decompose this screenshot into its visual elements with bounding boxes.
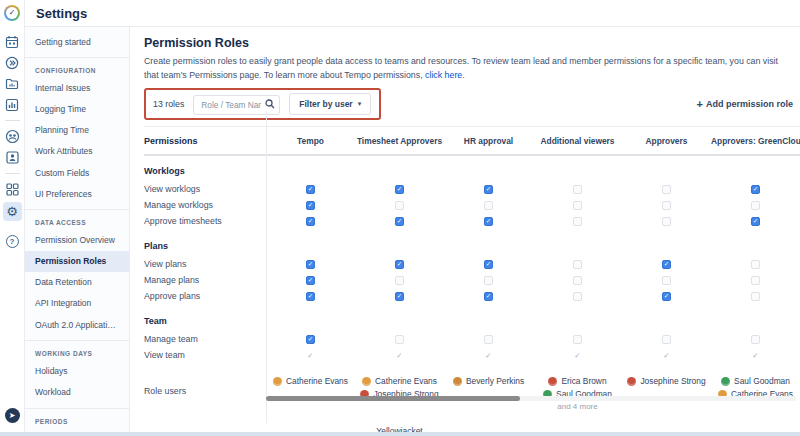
tempo-logo-icon[interactable] [4,5,20,21]
permission-checkbox[interactable] [751,260,760,269]
permission-checkbox[interactable] [751,201,760,210]
permission-checkbox[interactable] [395,276,404,285]
sidebar-item-logging-time[interactable]: Logging Time [25,98,129,119]
permission-checkbox[interactable] [573,335,582,344]
sidebar-item-permission-overview[interactable]: Permission Overview [25,229,129,250]
permission-checkbox[interactable]: ✓ [751,217,760,226]
nav-section: WORKING DAYSHolidaysWorkload [25,340,129,402]
permissions-column-header: Permissions [144,129,266,156]
roles-toolbar: 13 roles Filter by user ▾ + Add permissi… [144,88,800,127]
sidebar-item-permission-roles[interactable]: Permission Roles [25,251,129,272]
permission-checkbox[interactable] [573,292,582,301]
forward-chevrons-icon[interactable] [4,54,21,71]
permission-checkbox[interactable]: ✓ [484,217,493,226]
question-mark-icon: ? [6,235,19,248]
permission-checkbox[interactable] [395,201,404,210]
scrollbar-thumb[interactable] [266,396,520,401]
permission-checkbox[interactable] [751,335,760,344]
sidebar-item-api-integration[interactable]: API Integration [25,293,129,314]
checkbox-cell [622,272,711,288]
permission-checkbox[interactable]: ✓ [751,185,760,194]
add-permission-role-button[interactable]: + Add permission role [697,99,793,110]
permission-checkbox[interactable]: ✓ [395,185,404,194]
checkbox-cell [622,197,711,213]
checkbox-cell [355,331,444,347]
role-users-cell: Beverly Perkins [444,363,533,418]
permission-checkbox[interactable] [573,260,582,269]
sidebar-item-holidays[interactable]: Holidays [25,360,129,381]
sidebar-item-getting-started[interactable]: Getting started [25,31,129,52]
permission-checkbox[interactable] [662,276,671,285]
permission-checkbox[interactable]: ✓ [662,260,671,269]
permission-checkbox[interactable]: ✓ [484,185,493,194]
permission-checkbox[interactable] [573,201,582,210]
checkbox-cell: ✓ [266,347,355,363]
sidebar-item-internal-issues[interactable]: Internal Issues [25,77,129,98]
permission-checkbox[interactable] [573,217,582,226]
checkbox-cell [622,331,711,347]
column-divider [266,111,267,423]
permission-row-label-manage-plans: Manage plans [144,272,266,288]
permission-checkbox[interactable]: ✓ [306,260,315,269]
permission-checkbox[interactable] [751,292,760,301]
permission-checkbox[interactable] [395,335,404,344]
role-column-header-approvers-greencloud: Approvers: GreenCloud... [711,129,800,156]
teams-icon[interactable] [4,128,21,145]
permission-checkbox[interactable] [484,276,493,285]
sidebar-item-data-retention[interactable]: Data Retention [25,272,129,293]
permission-checkbox[interactable]: ✓ [484,292,493,301]
permission-checkbox[interactable]: ✓ [306,292,315,301]
permission-checkbox[interactable]: ✓ [662,292,671,301]
permission-checkbox[interactable]: ✓ [306,276,315,285]
sidebar-item-workload[interactable]: Workload [25,381,129,402]
checkbox-cell [444,197,533,213]
permission-checkbox[interactable]: ✓ [306,201,315,210]
help-icon[interactable]: ? [4,233,21,250]
permission-checkbox[interactable] [573,185,582,194]
sidebar-item-work-attributes[interactable]: Work Attributes [25,141,129,162]
calendar-icon[interactable] [4,33,21,50]
sidebar-item-custom-fields[interactable]: Custom Fields [25,162,129,183]
apps-grid-icon[interactable] [4,181,21,198]
role-users-cell: Erica BrownSaul Goodmanand 4 more [533,363,622,418]
permission-checkbox[interactable] [484,335,493,344]
sidebar-item-oauth-2-0-applications[interactable]: OAuth 2.0 Applications [25,314,129,335]
user-card-icon[interactable] [4,149,21,166]
settings-gear-icon[interactable]: ⚙ [3,202,22,221]
quick-send-icon[interactable]: ➤ [4,407,21,424]
avatar [721,377,730,386]
arrow-icon: ➤ [5,408,20,423]
permission-checkbox[interactable]: ✓ [306,185,315,194]
user-chip: Beverly Perkins [453,376,524,386]
checkbox-cell: ✓ [622,347,711,363]
checkbox-cell: ✓ [444,288,533,304]
permission-checkbox[interactable] [662,185,671,194]
click-here-link[interactable]: click here [425,70,462,80]
permission-checkbox[interactable]: ✓ [395,292,404,301]
user-chip: Catherine Evans [273,376,348,386]
chart-icon[interactable] [4,96,21,113]
permission-checkbox[interactable] [662,201,671,210]
permission-checkbox[interactable] [484,201,493,210]
more-users-link[interactable]: and 4 more [557,402,597,411]
permission-checkbox[interactable]: ✓ [306,217,315,226]
permission-checkbox[interactable] [662,217,671,226]
permission-checkbox[interactable]: ✓ [395,217,404,226]
permission-checkbox[interactable] [751,276,760,285]
folder-reports-icon[interactable] [4,75,21,92]
user-chip: Erica Brown [548,376,606,386]
permission-checkbox[interactable]: ✓ [484,260,493,269]
role-column-header-approvers: Approvers [622,129,711,156]
permission-checkbox[interactable]: ✓ [395,260,404,269]
permission-checkbox[interactable] [573,276,582,285]
permission-row-label-manage-team: Manage team [144,331,266,347]
sidebar-item-planning-time[interactable]: Planning Time [25,120,129,141]
checkbox-cell [711,288,800,304]
horizontal-scrollbar[interactable] [266,396,796,401]
settings-nav: Getting startedCONFIGURATIONInternal Iss… [25,27,130,436]
sidebar-item-ui-preferences[interactable]: UI Preferences [25,183,129,204]
permission-checkbox[interactable]: ✓ [306,335,315,344]
filter-by-user-button[interactable]: Filter by user ▾ [289,93,371,115]
disabled-check-icon: ✓ [752,351,758,360]
permission-checkbox[interactable] [662,335,671,344]
